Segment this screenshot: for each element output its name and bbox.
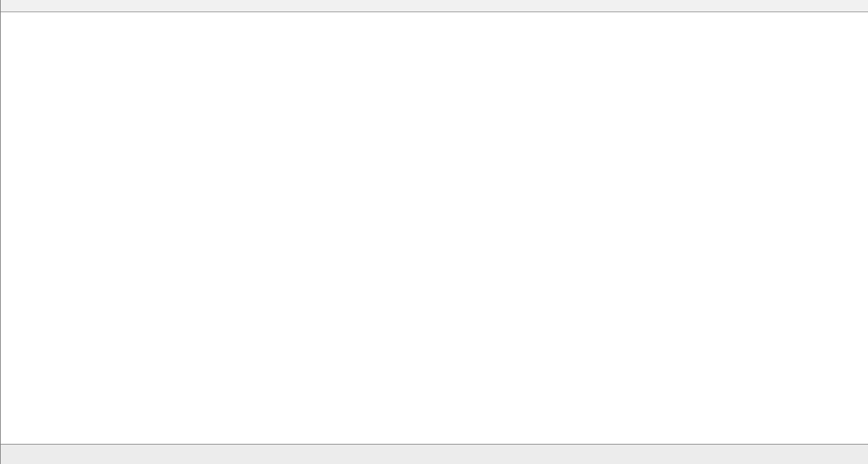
tab-scroll-buttons [849, 452, 867, 460]
trading-terminal-window [0, 0, 868, 464]
macd-indicator-title [8, 357, 17, 365]
chart-tab-bar [1, 444, 868, 464]
chart-canvas[interactable] [1, 0, 868, 464]
chart-symbol-title [6, 15, 24, 24]
rsi-indicator-title [8, 396, 14, 404]
timeframe-toolbar [1, 0, 868, 12]
